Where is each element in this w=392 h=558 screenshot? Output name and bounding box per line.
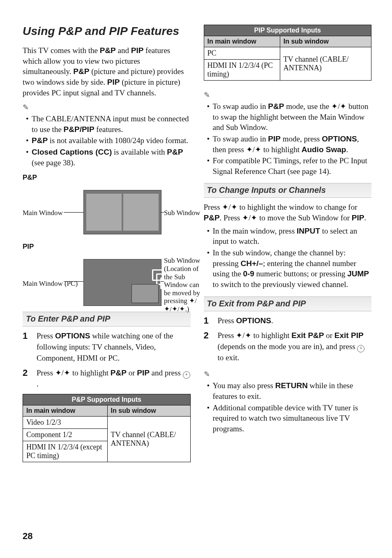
pip-sub-window-label: Sub Window (Location of the Sub Window c… (164, 257, 201, 313)
change-intro: Press ✦/✦ to highlight the window to cha… (204, 202, 372, 223)
pip-label: PIP (23, 243, 191, 251)
page-number: 28 (23, 531, 32, 542)
pp-label: P&P (23, 174, 191, 182)
exit-heading: To Exit from P&P and PIP (204, 296, 372, 311)
pp-main-window-label: Main Window (23, 209, 81, 217)
pp-support-table: P&P Supported Inputs In main window In s… (23, 394, 191, 462)
exit-steps-list: Press OPTIONS.Press ✦/✦ to highlight Exi… (204, 315, 372, 364)
pp-sub-window-label: Sub Window (164, 209, 201, 217)
change-heading: To Change Inputs or Channels (204, 183, 372, 198)
right-top-notes-list: To swap audio in P&P mode, use the ✦/✦ b… (207, 101, 372, 176)
left-notes-list: The CABLE/ANTENNA input must be connecte… (26, 113, 191, 168)
change-bullets-list: In the main window, press INPUT to selec… (207, 226, 372, 290)
pip-table-h2: In sub window (280, 36, 371, 47)
pip-main-window-label: Main Window (PC) (23, 280, 81, 288)
pip-table-h1: In main window (204, 36, 280, 47)
pp-table-caption: P&P Supported Inputs (23, 394, 191, 405)
pip-diagram: Main Window (PC) Sub Window (Location of… (23, 255, 191, 304)
pp-diagram: Main Window Sub Window (23, 186, 191, 235)
note-icon: ✎ (204, 370, 210, 379)
enter-heading: To Enter P&P and PIP (23, 312, 191, 326)
pp-table-h2: In sub window (107, 405, 190, 416)
enter-steps-list: Press OPTIONS while watching one of the … (23, 331, 191, 389)
exit-notes-list: You may also press RETURN while in these… (207, 380, 372, 434)
page-title: Using P&P and PIP Features (23, 25, 191, 38)
pp-table-h1: In main window (23, 405, 108, 416)
pip-support-table: PIP Supported Inputs In main window In s… (204, 25, 372, 81)
pip-table-caption: PIP Supported Inputs (204, 25, 372, 36)
note-icon: ✎ (204, 90, 210, 100)
intro-paragraph: This TV comes with the P&P and PIP featu… (23, 45, 191, 98)
note-icon: ✎ (23, 103, 29, 112)
